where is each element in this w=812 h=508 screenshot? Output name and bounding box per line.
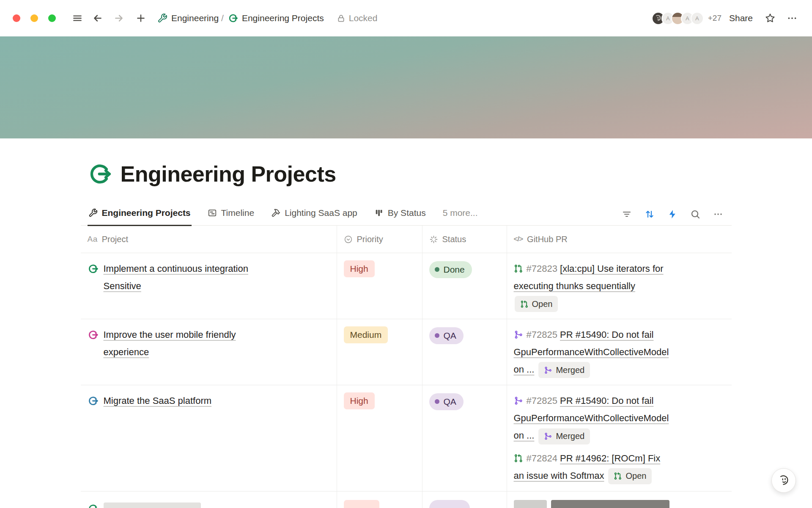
breadcrumb-teamspace-label: Engineering <box>171 13 219 23</box>
tab-label: By Status <box>388 208 426 218</box>
nav-back-button[interactable] <box>91 11 105 25</box>
pr-badge-label: Open <box>625 467 646 485</box>
column-header-status[interactable]: Status <box>422 226 507 253</box>
github-pr-cell[interactable]: #72825 PR #15490: Do not fail GpuPerform… <box>507 385 732 491</box>
status-spinner-icon <box>429 235 438 244</box>
notion-ai-button[interactable] <box>771 468 796 493</box>
pr-state-badge: Merged <box>538 428 590 444</box>
code-property-icon: </> <box>514 235 523 243</box>
github-pr-mention[interactable]: #72825 PR #15490: Do not fail GpuPerform… <box>514 326 725 378</box>
status-label: QA <box>444 393 456 410</box>
minimize-window-button[interactable] <box>30 14 38 22</box>
table-row-partial <box>81 491 732 508</box>
select-property-icon <box>344 235 353 244</box>
back-arrow-icon <box>92 13 103 24</box>
tab-by-status[interactable]: By Status <box>373 204 427 226</box>
project-logo-icon <box>88 263 99 274</box>
priority-cell[interactable]: High <box>337 385 422 491</box>
status-tag: QA <box>429 327 464 344</box>
clipped-priority-tag <box>344 500 379 508</box>
breadcrumb-separator: / <box>221 13 224 23</box>
page-logo-icon[interactable] <box>88 162 112 186</box>
sidebar-menu-button[interactable] <box>70 11 85 25</box>
project-title-link[interactable]: Improve the user mobile friendly experie… <box>104 326 236 361</box>
pr-merge-icon <box>544 366 552 374</box>
ai-face-icon <box>777 474 790 487</box>
more-options-button[interactable] <box>787 13 798 24</box>
project-logo-icon <box>228 13 238 23</box>
priority-tag: High <box>344 392 375 409</box>
table-row: Migrate the SaaS platform High QA #72825… <box>81 385 732 491</box>
column-header-priority[interactable]: Priority <box>337 226 422 253</box>
priority-tag: Medium <box>344 326 388 343</box>
github-pr-cell[interactable]: #72823 [xla:cpu] Use iterators for execu… <box>507 253 732 319</box>
priority-cell[interactable]: Medium <box>337 319 422 385</box>
project-logo-icon <box>88 503 99 508</box>
priority-cell[interactable]: High <box>337 253 422 319</box>
locked-toggle[interactable]: Locked <box>337 13 378 23</box>
pr-open-icon <box>514 264 523 273</box>
tab-engineering-projects[interactable]: Engineering Projects <box>88 204 192 226</box>
pr-open-icon <box>614 472 622 480</box>
pr-state-badge: Merged <box>538 362 590 378</box>
favorite-button[interactable] <box>765 13 776 24</box>
github-pr-cell[interactable]: #72825 PR #15490: Do not fail GpuPerform… <box>507 319 732 385</box>
board-icon <box>374 208 384 218</box>
share-button[interactable]: Share <box>729 13 753 23</box>
avatar-stack[interactable]: A A A <box>652 12 704 25</box>
pr-state-badge: Open <box>515 296 558 312</box>
status-cell[interactable]: Done <box>422 253 507 319</box>
breadcrumb-teamspace[interactable]: Engineering <box>157 13 219 23</box>
nav-forward-button[interactable] <box>112 11 126 25</box>
filter-funnel-icon[interactable] <box>622 209 632 219</box>
breadcrumb-page[interactable]: Engineering Projects <box>228 13 324 23</box>
tab-label: Timeline <box>221 208 255 218</box>
table-header: Aa Project Priority Status </> GitHub PR <box>81 226 732 253</box>
column-label: GitHub PR <box>527 235 568 244</box>
title-property-icon: Aa <box>88 235 98 244</box>
plus-icon <box>135 13 146 24</box>
breadcrumb-page-label: Engineering Projects <box>242 13 324 23</box>
window-toolbar: Engineering / Engineering Projects Locke… <box>0 0 812 36</box>
forward-arrow-icon <box>113 13 124 24</box>
pr-number: #72824 <box>527 453 557 464</box>
lightning-icon[interactable] <box>667 209 678 219</box>
table-row: Improve the user mobile friendly experie… <box>81 319 732 385</box>
status-label: Done <box>444 261 465 278</box>
status-cell[interactable]: QA <box>422 385 507 491</box>
zoom-window-button[interactable] <box>48 14 56 22</box>
column-header-project[interactable]: Aa Project <box>81 226 337 253</box>
pr-number: #72825 <box>527 395 557 406</box>
sort-arrows-icon[interactable] <box>645 209 655 219</box>
project-title-link[interactable]: Migrate the SaaS platform <box>104 392 212 409</box>
github-pr-mention[interactable]: #72824 PR #14962: [ROCm] Fix an issue wi… <box>514 450 725 484</box>
status-tag: QA <box>429 393 464 410</box>
search-icon[interactable] <box>690 209 700 219</box>
breadcrumb: Engineering / Engineering Projects Locke… <box>157 13 377 23</box>
pr-merge-icon <box>514 396 523 405</box>
column-header-github-pr[interactable]: </> GitHub PR <box>507 226 732 253</box>
tab-lighting-saas-app[interactable]: Lighting SaaS app <box>270 204 358 226</box>
page-title[interactable]: Engineering Projects <box>121 161 336 187</box>
avatar-overflow-count[interactable]: +27 <box>708 14 721 23</box>
new-tab-button[interactable] <box>134 11 148 25</box>
clipped-status-tag <box>429 500 470 508</box>
tab-timeline[interactable]: Timeline <box>207 204 255 226</box>
github-pr-mention[interactable]: #72825 PR #15490: Do not fail GpuPerform… <box>514 392 725 444</box>
pr-state-badge: Open <box>608 468 652 484</box>
ellipsis-icon <box>787 13 798 24</box>
view-tabs: Engineering Projects Timeline Lighting S… <box>81 204 732 226</box>
ellipsis-icon[interactable] <box>713 209 723 219</box>
clipped-title <box>104 502 201 508</box>
tab-label: Lighting SaaS app <box>285 208 357 218</box>
project-title-link[interactable]: Implement a continuous integration Sensi… <box>104 260 248 295</box>
tab-more-views[interactable]: 5 more... <box>442 204 479 226</box>
clipped-pr-title <box>551 500 669 508</box>
avatar: A <box>691 12 704 25</box>
close-window-button[interactable] <box>13 14 20 22</box>
status-cell[interactable]: QA <box>422 319 507 385</box>
github-pr-mention[interactable]: #72823 [xla:cpu] Use iterators for execu… <box>514 260 725 312</box>
table-row: Implement a continuous integration Sensi… <box>81 253 732 319</box>
star-icon <box>765 13 776 24</box>
traffic-lights <box>13 14 56 22</box>
